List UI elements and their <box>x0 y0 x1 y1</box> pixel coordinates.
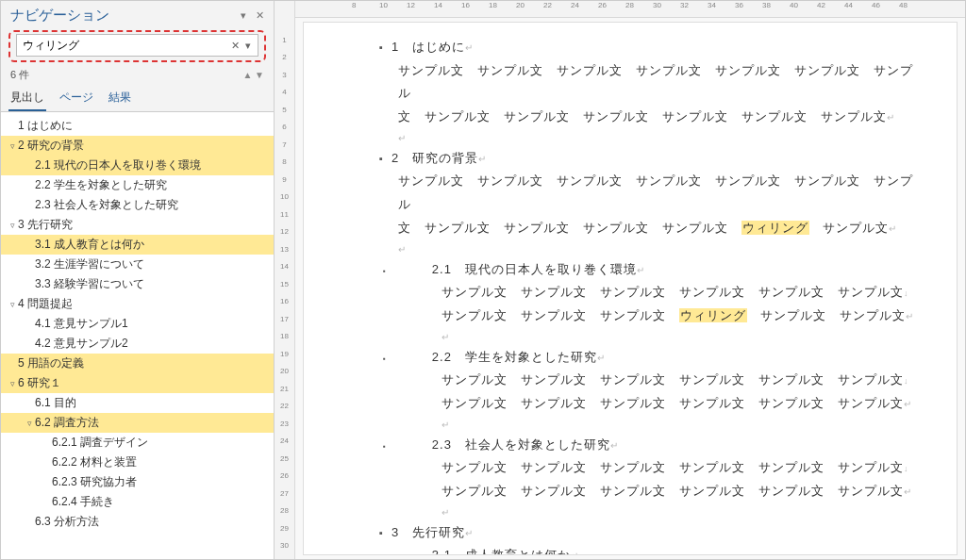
search-emphasis-border: ✕ ▾ <box>8 30 266 62</box>
outline-item-label: 6.1 目的 <box>35 395 76 411</box>
outline-item-label: 6.2 調査方法 <box>35 415 99 431</box>
outline-item-label: 6.2.2 材料と装置 <box>52 454 137 470</box>
outline-item[interactable]: ▿4 問題提起 <box>1 294 274 314</box>
outline-item[interactable]: 6.2.4 手続き <box>1 492 274 512</box>
search-hit: ウィリング <box>679 308 747 322</box>
outline-caret-icon[interactable]: ▿ <box>7 300 18 309</box>
body-text: サンプル文 サンプル文 サンプル文 サンプル文 サンプル文 サンプル文↓ サンプ… <box>441 281 919 327</box>
heading-1-1: ▪1 はじめに↵ <box>379 36 919 59</box>
tab-headings[interactable]: 見出し <box>8 86 46 111</box>
heading-1-2: ▪2 研究の背景↵ <box>379 147 919 171</box>
outline-tree: 1 はじめに▿2 研究の背景2.1 現代の日本人を取り巻く環境2.2 学生を対象… <box>1 112 274 559</box>
body-text: サンプル文 サンプル文 サンプル文 サンプル文 サンプル文 サンプル文↓ サンプ… <box>441 456 919 502</box>
outline-item[interactable]: 4.2 意見サンプル2 <box>1 334 274 354</box>
result-count-row: 6 件 ▲ ▼ <box>1 66 274 84</box>
heading-2-22: ▪2.2 学生を対象とした研究↵ <box>379 346 919 370</box>
outline-item[interactable]: 6.1 目的 <box>1 393 274 413</box>
search-hit: ウィリング <box>741 221 809 235</box>
blank-line: ↵ <box>441 503 919 521</box>
outline-item-label: 4.1 意見サンプル1 <box>35 316 128 332</box>
outline-item-label: 3.2 生涯学習について <box>35 256 144 272</box>
outline-caret-icon[interactable]: ▿ <box>7 221 18 230</box>
blank-line: ↵ <box>441 416 919 434</box>
outline-item[interactable]: 6.2.1 調査デザイン <box>1 433 274 453</box>
heading-1-3: ▪3 先行研究↵ <box>379 521 919 545</box>
body-text: サンプル文 サンプル文 サンプル文 サンプル文 サンプル文 サンプル文↓ サンプ… <box>441 369 919 415</box>
outline-item[interactable]: ▿3 先行研究 <box>1 215 274 235</box>
heading-2-23: ▪2.3 社会人を対象とした研究↵ <box>379 434 919 457</box>
next-result-icon[interactable]: ▼ <box>255 70 264 80</box>
outline-item[interactable]: 1 はじめに <box>1 116 274 136</box>
outline-item[interactable]: 3.2 生涯学習について <box>1 255 274 274</box>
outline-item-label: 2.3 社会人を対象とした研究 <box>35 197 178 213</box>
outline-item-label: 2 研究の背景 <box>18 138 84 154</box>
tab-results[interactable]: 結果 <box>107 86 133 111</box>
outline-item-label: 5 用語の定義 <box>18 355 84 371</box>
nav-close-icon[interactable]: ✕ <box>256 9 264 22</box>
outline-item[interactable]: 5 用語の定義 <box>1 354 274 373</box>
outline-item-label: 6.2.1 調査デザイン <box>52 435 148 451</box>
outline-item[interactable]: 4.1 意見サンプル1 <box>1 314 274 334</box>
horizontal-ruler: 8101214161820222426283032343638404244464… <box>295 1 965 18</box>
heading-2-21: ▪2.1 現代の日本人を取り巻く環境↵ <box>379 258 919 282</box>
search-box[interactable]: ✕ ▾ <box>16 34 258 57</box>
outline-item-label: 3.1 成人教育とは何か <box>35 237 144 253</box>
outline-caret-icon[interactable]: ▿ <box>7 141 18 151</box>
outline-item-label: 3.3 経験学習について <box>35 276 144 292</box>
search-options-icon[interactable]: ▾ <box>242 40 254 52</box>
outline-item[interactable]: ▿6.2 調査方法 <box>1 413 274 433</box>
nav-tabs: 見出し ページ 結果 <box>1 86 274 112</box>
outline-item-label: 2.2 学生を対象とした研究 <box>35 177 167 193</box>
outline-item-label: 6 研究１ <box>18 375 61 391</box>
vertical-ruler: 1234567891011121314151617181920212223242… <box>275 1 295 559</box>
result-count: 6 件 <box>10 68 29 82</box>
outline-item[interactable]: 2.1 現代の日本人を取り巻く環境 <box>1 156 274 175</box>
outline-item-label: 2.1 現代の日本人を取り巻く環境 <box>35 157 201 173</box>
body-text: サンプル文 サンプル文 サンプル文 サンプル文 サンプル文 サンプル文 サンプル… <box>398 170 919 239</box>
outline-item-label: 3 先行研究 <box>18 217 73 233</box>
document-area: 1234567891011121314151617181920212223242… <box>275 1 965 559</box>
tab-pages[interactable]: ページ <box>58 86 95 111</box>
outline-caret-icon[interactable]: ▿ <box>7 379 18 388</box>
prev-result-icon[interactable]: ▲ <box>242 70 252 80</box>
outline-item-label: 6.2.4 手続き <box>52 494 114 510</box>
outline-item[interactable]: ▿2 研究の背景 <box>1 136 274 156</box>
outline-item-label: 1 はじめに <box>18 118 73 134</box>
heading-2-31: ▪3.1 成人教育とは何か↵ <box>379 544 919 555</box>
outline-item[interactable]: 2.2 学生を対象とした研究 <box>1 175 274 195</box>
search-input[interactable] <box>21 37 228 54</box>
outline-item-label: 4.2 意見サンプル2 <box>35 336 128 352</box>
outline-item-label: 4 問題提起 <box>18 296 73 312</box>
outline-item[interactable]: ▿6 研究１ <box>1 373 274 393</box>
outline-item-label: 6.3 分析方法 <box>35 514 99 530</box>
body-text: サンプル文 サンプル文 サンプル文 サンプル文 サンプル文 サンプル文 サンプル… <box>398 59 919 129</box>
outline-item[interactable]: 6.3 分析方法 <box>1 512 274 532</box>
outline-item[interactable]: 6.2.2 材料と装置 <box>1 453 274 472</box>
outline-item[interactable]: 3.1 成人教育とは何か <box>1 235 274 255</box>
clear-search-icon[interactable]: ✕ <box>228 40 242 52</box>
outline-item-label: 6.2.3 研究協力者 <box>52 474 137 490</box>
blank-line: ↵ <box>398 129 919 147</box>
outline-caret-icon[interactable]: ▿ <box>24 419 35 428</box>
blank-line: ↵ <box>398 240 919 258</box>
outline-item[interactable]: 6.2.3 研究協力者 <box>1 472 274 492</box>
blank-line: ↵ <box>441 328 919 346</box>
outline-item[interactable]: 3.3 経験学習について <box>1 274 274 294</box>
navigation-panel: ナビゲーション ▾ ✕ ✕ ▾ 6 件 ▲ ▼ 見出し ページ 結果 1 はじめ… <box>1 1 275 559</box>
outline-item[interactable]: 2.3 社会人を対象とした研究 <box>1 195 274 215</box>
document-page[interactable]: ▪1 はじめに↵ サンプル文 サンプル文 サンプル文 サンプル文 サンプル文 サ… <box>303 22 958 555</box>
nav-menu-icon[interactable]: ▾ <box>241 9 246 22</box>
nav-title: ナビゲーション <box>10 7 109 25</box>
nav-header: ナビゲーション ▾ ✕ <box>1 1 274 26</box>
